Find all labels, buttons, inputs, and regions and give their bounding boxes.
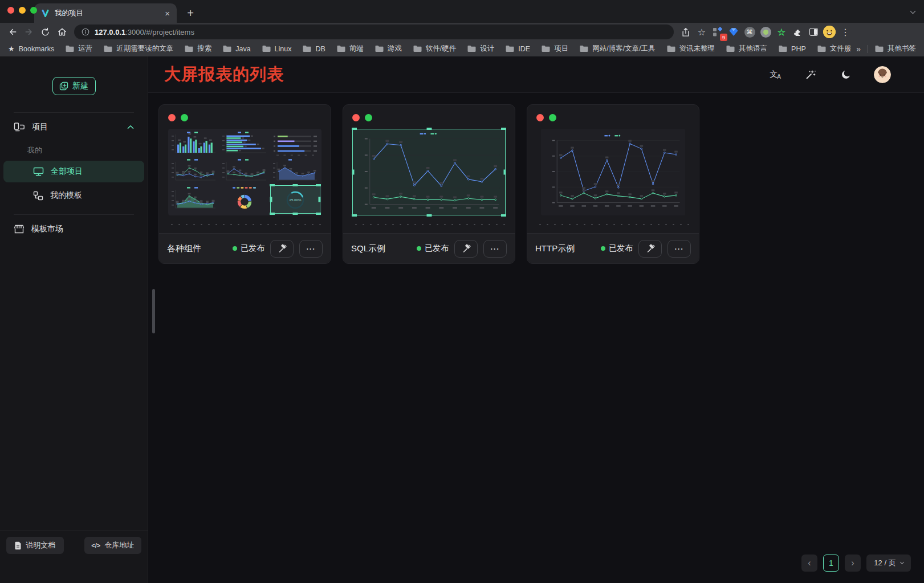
bookmark-folder[interactable]: 项目 xyxy=(542,44,568,54)
site-info-icon[interactable] xyxy=(82,28,89,36)
sidebar-item-template-market[interactable]: 模板市场 xyxy=(0,218,148,240)
edit-button[interactable] xyxy=(454,240,478,258)
reload-button[interactable] xyxy=(38,25,53,40)
browser-menu-icon[interactable]: ⋮ xyxy=(838,25,853,39)
bookmark-folder[interactable]: Java xyxy=(223,44,250,54)
bookmark-folder[interactable]: 运营 xyxy=(66,44,92,54)
user-avatar[interactable] xyxy=(874,66,891,83)
folder-icon xyxy=(506,45,514,52)
docs-label: 说明文档 xyxy=(26,540,55,551)
extension-star-icon[interactable]: ☆ xyxy=(774,25,789,39)
close-window-button[interactable] xyxy=(7,7,14,14)
extension-command-icon[interactable]: ⌘ xyxy=(742,25,757,39)
edit-button[interactable] xyxy=(270,240,294,258)
bookmark-folder[interactable]: DB xyxy=(303,44,325,54)
chevron-up-icon[interactable] xyxy=(127,125,134,129)
bookmark-folder[interactable]: 资讯未整理 xyxy=(667,44,715,54)
project-preview[interactable]: 25.00% xyxy=(168,129,321,215)
minimize-window-button[interactable] xyxy=(19,7,26,14)
sidebar-item-my-templates[interactable]: 我的模板 xyxy=(3,185,144,206)
docs-button[interactable]: 说明文档 xyxy=(6,537,64,554)
edit-button[interactable] xyxy=(638,240,662,258)
bookmark-folder[interactable]: IDE xyxy=(506,44,530,54)
selection-handle[interactable] xyxy=(504,170,506,175)
bookmark-folder[interactable]: 游戏 xyxy=(375,44,402,54)
extensions-puzzle-icon[interactable] xyxy=(790,25,805,39)
bookmark-folder[interactable]: 其他语言 xyxy=(726,44,767,54)
forward-button[interactable] xyxy=(21,25,36,40)
new-tab-button[interactable]: + xyxy=(182,5,198,21)
selection-handle[interactable] xyxy=(270,197,272,202)
address-bar[interactable]: 127.0.0.1:3000/#/project/items xyxy=(74,25,674,39)
selection-handle[interactable] xyxy=(319,197,321,202)
home-button[interactable] xyxy=(54,25,70,40)
extension-gem-icon[interactable] xyxy=(726,25,741,39)
bookmark-folder[interactable]: 近期需要读的文章 xyxy=(104,44,173,54)
bookmark-folder[interactable]: PHP xyxy=(779,44,806,54)
prev-page-button[interactable]: ‹ xyxy=(801,555,817,572)
selection-handle[interactable] xyxy=(501,214,506,217)
maximize-window-button[interactable] xyxy=(30,7,37,14)
selection-handle[interactable] xyxy=(352,170,355,175)
bookmark-folder[interactable]: 前端 xyxy=(337,44,364,54)
bookmarks-divider xyxy=(868,45,868,53)
more-button[interactable]: ··· xyxy=(299,240,323,258)
sidebar-group-projects[interactable]: 项目 xyxy=(0,116,148,138)
page-size-select[interactable]: 12 / 页 xyxy=(866,555,911,572)
selection-handle[interactable] xyxy=(270,184,275,186)
more-button[interactable]: ··· xyxy=(483,240,507,258)
sidebar-footer: 说明文档 </> 仓库地址 xyxy=(0,531,148,583)
bookmark-folder[interactable]: 软件/硬件 xyxy=(413,44,456,54)
status-dot-icon xyxy=(601,246,605,251)
selection-handle[interactable] xyxy=(352,214,357,217)
selection-handle[interactable] xyxy=(270,213,275,215)
magic-wand-icon[interactable] xyxy=(803,67,818,82)
bookmark-folder[interactable]: 文件服务器 xyxy=(817,44,850,54)
selection-handle[interactable] xyxy=(293,184,298,186)
share-icon[interactable] xyxy=(678,25,693,39)
bookmarks-manager[interactable]: ★ Bookmarks xyxy=(8,44,54,53)
pagination: ‹ 1 › 12 / 页 xyxy=(801,555,911,572)
more-button[interactable]: ··· xyxy=(667,240,691,258)
current-page-button[interactable]: 1 xyxy=(823,555,839,572)
browser-toolbar: 127.0.0.1:3000/#/project/items ☆ 9 ⌘ ☆ ⋮ xyxy=(0,23,924,41)
bookmark-label: 资讯未整理 xyxy=(679,44,715,54)
project-preview[interactable] xyxy=(352,129,506,215)
bookmark-folder[interactable]: 网站/博客/文章/工具 xyxy=(580,44,655,54)
next-page-button[interactable]: › xyxy=(845,555,861,572)
back-button[interactable] xyxy=(5,25,20,40)
sidebar-item-all-projects[interactable]: 全部项目 xyxy=(3,161,144,182)
extension-recorder-icon[interactable] xyxy=(758,25,773,39)
selection-handle[interactable] xyxy=(426,128,432,130)
repo-button[interactable]: </> 仓库地址 xyxy=(84,537,142,554)
bookmark-star-icon[interactable]: ☆ xyxy=(694,25,709,39)
new-project-button[interactable]: 新建 xyxy=(52,77,96,95)
card-footer: 各种组件已发布··· xyxy=(159,233,331,263)
dark-mode-moon-icon[interactable] xyxy=(838,67,853,82)
tab-search-chevron-icon[interactable] xyxy=(910,9,916,14)
bookmark-label: 搜索 xyxy=(197,44,211,54)
browser-tab[interactable]: 我的项目 × xyxy=(34,3,177,23)
bookmark-folder[interactable]: 搜索 xyxy=(185,44,211,54)
selection-handle[interactable] xyxy=(352,128,357,130)
bookmark-label: 软件/硬件 xyxy=(426,44,456,54)
project-preview[interactable] xyxy=(536,129,690,215)
translate-icon[interactable]: 文A xyxy=(768,67,783,82)
selection-handle[interactable] xyxy=(501,128,506,130)
other-bookmarks-folder[interactable]: 其他书签 xyxy=(875,44,916,54)
tab-close-icon[interactable]: × xyxy=(165,9,170,18)
bookmark-folder[interactable]: Linux xyxy=(262,44,292,54)
extension-colorful-icon[interactable]: 9 xyxy=(710,25,725,39)
selection-handle[interactable] xyxy=(316,184,321,186)
selection-handle[interactable] xyxy=(293,213,298,215)
scrollbar-thumb[interactable] xyxy=(152,289,155,333)
side-panel-icon[interactable] xyxy=(806,25,821,39)
green-dot-icon xyxy=(181,114,188,121)
bookmarks-overflow-icon[interactable]: » xyxy=(856,44,861,54)
selection-handle[interactable] xyxy=(316,213,321,215)
bookmark-folder[interactable]: 设计 xyxy=(467,44,494,54)
profile-avatar[interactable] xyxy=(822,25,837,39)
folder-icon xyxy=(104,45,112,52)
selection-handle[interactable] xyxy=(426,214,432,217)
sidebar-divider xyxy=(14,214,134,215)
